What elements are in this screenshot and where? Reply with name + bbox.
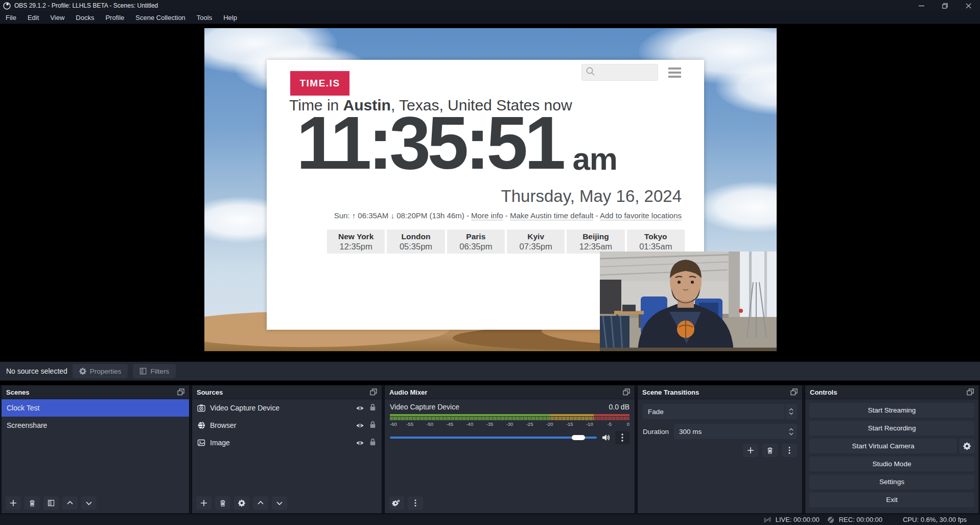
visibility-eye-icon[interactable] [356, 421, 364, 430]
dock-popout-icon[interactable] [790, 389, 798, 396]
lock-icon[interactable] [369, 403, 377, 413]
city-name: Kyiv [507, 232, 565, 241]
minimize-button[interactable] [909, 0, 933, 11]
volume-slider-handle[interactable] [572, 435, 585, 440]
properties-button[interactable]: Properties [73, 364, 128, 378]
menu-item[interactable]: Tools [191, 11, 218, 24]
dock-popout-icon[interactable] [177, 389, 184, 396]
menu-item[interactable]: Profile [100, 11, 130, 24]
controls-buttons: Start Streaming Start Recording Start Vi… [805, 399, 978, 511]
source-toolbar: No source selected Properties Filters [0, 361, 980, 381]
lock-icon[interactable] [369, 421, 377, 430]
world-clock-cell: London 05:35pm [387, 230, 445, 254]
duration-spinbox[interactable]: 300 ms [674, 424, 797, 439]
tick-label: -25 [526, 421, 533, 427]
timeis-clock: 11:35:51 am [296, 104, 617, 182]
move-scene-down-button[interactable] [81, 496, 97, 510]
scene-item[interactable]: Clock Test [2, 399, 189, 417]
transition-menu-button[interactable] [782, 444, 797, 457]
move-source-down-button[interactable] [272, 496, 287, 510]
close-button[interactable] [956, 0, 980, 11]
control-button[interactable]: Start Virtual Camera [809, 439, 957, 453]
volume-meter [390, 414, 629, 416]
menu-item[interactable]: Scene Collection [130, 11, 191, 24]
cloud [695, 181, 777, 233]
channel-menu-button[interactable] [615, 431, 629, 444]
dock-popout-icon[interactable] [370, 389, 377, 396]
menu-item[interactable]: Help [218, 11, 243, 24]
menu-item[interactable]: File [0, 11, 22, 24]
control-button[interactable]: Settings [809, 474, 974, 489]
advanced-audio-button[interactable] [389, 496, 404, 510]
preview-canvas[interactable]: TIME.IS Time in Austin, Texas, United St… [204, 28, 777, 351]
timeis-logo: TIME.IS [290, 71, 349, 96]
transition-select[interactable]: Fade [643, 404, 797, 419]
source-item[interactable]: Image [192, 434, 382, 451]
add-transition-button[interactable] [743, 444, 758, 457]
city-name: Beijing [567, 232, 624, 241]
dock-popout-icon[interactable] [623, 389, 630, 396]
filters-button[interactable]: Filters [133, 364, 176, 378]
remove-scene-button[interactable] [25, 496, 40, 510]
world-clock-cell: Paris 06:35pm [447, 230, 505, 254]
video-capture-source[interactable] [600, 252, 777, 351]
rec-timer: REC: 00:00:00 [839, 516, 882, 523]
move-source-up-button[interactable] [253, 496, 268, 510]
tick-label: -20 [546, 421, 553, 427]
scenes-panel: Scenes Clock TestScreenshare [1, 385, 190, 514]
volume-slider[interactable] [390, 433, 597, 442]
add-scene-button[interactable] [6, 496, 21, 510]
scenes-toolbar [2, 493, 189, 513]
menu-item[interactable]: Edit [22, 11, 44, 24]
city-name: London [387, 232, 445, 241]
dock-popout-icon[interactable] [967, 389, 974, 396]
scene-transitions-panel: Scene Transitions Fade Duration [637, 385, 803, 514]
mixer-menu-button[interactable] [408, 496, 423, 510]
audio-mixer-panel: Audio Mixer Video Capture Device 0.0 dB … [384, 385, 635, 514]
speaker-icon[interactable] [601, 433, 611, 442]
control-button[interactable]: Start Recording [809, 421, 974, 436]
tick-label: -40 [466, 421, 473, 427]
channel-level: 0.0 dB [609, 403, 629, 411]
control-button[interactable]: Start Streaming [809, 403, 974, 418]
obs-window: OBS 29.1.2 - Profile: LLHLS BETA - Scene… [0, 0, 980, 525]
menu-item[interactable]: View [44, 11, 70, 24]
remove-source-button[interactable] [215, 496, 230, 510]
status-bar: LIVE: 00:00:00 REC: 00:00:00 CPU: 0.6%, … [0, 514, 980, 525]
source-item[interactable]: Browser [192, 417, 382, 434]
sources-panel: Sources Video Capture Device [192, 385, 382, 514]
add-source-button[interactable] [196, 496, 212, 510]
source-properties-button[interactable] [234, 496, 249, 510]
menu-item[interactable]: Docks [70, 11, 100, 24]
timeis-world-clocks: New York 12:35pm London 05:35pm Paris 06… [327, 230, 685, 254]
preview-background: TIME.IS Time in Austin, Texas, United St… [0, 24, 980, 361]
restore-button[interactable] [933, 0, 956, 11]
move-scene-up-button[interactable] [62, 496, 78, 510]
clock-digits: 11:35:51 [296, 104, 562, 182]
virtual-camera-config-button[interactable] [959, 439, 974, 453]
transitions-title: Scene Transitions [642, 389, 699, 396]
control-button[interactable]: Studio Mode [809, 456, 974, 471]
sun-info-segment: Add to favorite locations [600, 211, 682, 220]
dock-area: Scenes Clock TestScreenshare Sources [0, 385, 980, 514]
source-item[interactable]: Video Capture Device [192, 399, 382, 417]
visibility-eye-icon[interactable] [356, 404, 364, 413]
tick-label: -35 [486, 421, 494, 427]
controls-title: Controls [810, 389, 837, 396]
menu-bar: FileEditViewDocksProfileScene Collection… [0, 11, 980, 24]
visibility-eye-icon[interactable] [356, 439, 364, 447]
duration-value: 300 ms [674, 428, 785, 436]
control-row: Settings [809, 474, 974, 489]
source-status-text: No source selected [6, 367, 67, 375]
scene-filters-button[interactable] [43, 496, 59, 510]
lock-icon[interactable] [369, 438, 377, 447]
sun-info-segment: Sun: ↑ 06:35AM ↓ 08:20PM (13h 46m) - [334, 211, 471, 220]
title-bar: OBS 29.1.2 - Profile: LLHLS BETA - Scene… [0, 0, 980, 11]
stream-inactive-icon [763, 516, 772, 523]
city-time: 05:35pm [387, 242, 445, 252]
control-button[interactable]: Exit [809, 492, 974, 507]
timeis-sun-info: Sun: ↑ 06:35AM ↓ 08:20PM (13h 46m) - Mor… [334, 211, 682, 220]
control-row: Start Streaming [809, 403, 974, 418]
scene-item[interactable]: Screenshare [2, 417, 189, 434]
remove-transition-button[interactable] [762, 444, 778, 457]
